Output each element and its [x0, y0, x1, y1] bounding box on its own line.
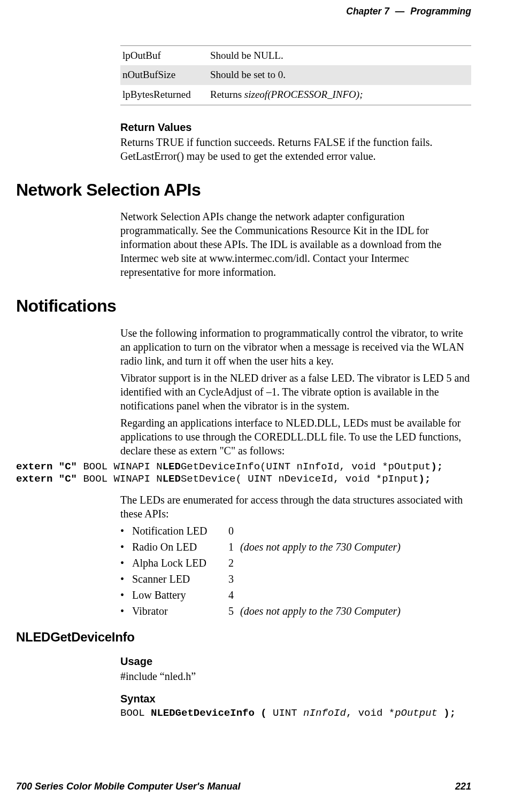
code-token: extern "C"	[16, 461, 77, 473]
code-token: LED	[163, 461, 181, 473]
code-token: BOOL WINAPI N	[77, 473, 163, 485]
return-values-text: Returns TRUE if function succeeds. Retur…	[120, 135, 471, 163]
list-item: •Low Battery4	[120, 588, 471, 602]
led-name: Radio On LED	[132, 540, 228, 554]
page-footer: 700 Series Color Mobile Computer User's …	[16, 780, 471, 793]
led-note: (does not apply to the 730 Computer)	[240, 604, 401, 618]
code-token: nInfoId	[303, 707, 346, 719]
notifications-p4: The LEDs are enumerated for access throu…	[120, 493, 471, 521]
table-row: lpBytesReturned Returns sizeof(PROCESSOR…	[120, 85, 471, 105]
led-number: 5	[228, 604, 240, 618]
code-token: , void *	[346, 707, 395, 719]
syntax-code: BOOL NLEDGetDeviceInfo ( UINT nInfoId, v…	[120, 707, 471, 720]
param-desc: Should be set to 0.	[208, 65, 471, 85]
bullet-icon: •	[120, 524, 132, 538]
param-desc-italic: sizeof(PROCESSOR_INFO);	[244, 89, 363, 100]
code-token: SetDevice( UINT nDeviceId, void *pInput	[181, 473, 419, 485]
param-name: lpOutBuf	[120, 45, 208, 65]
network-selection-heading: Network Selection APIs	[16, 179, 471, 202]
list-item: •Notification LED0	[120, 524, 471, 538]
table-row: lpOutBuf Should be NULL.	[120, 45, 471, 65]
code-token: NLEDGetDeviceInfo (	[151, 707, 273, 719]
list-item: •Radio On LED1(does not apply to the 730…	[120, 540, 471, 554]
bullet-icon: •	[120, 572, 132, 586]
param-desc: Returns sizeof(PROCESSOR_INFO);	[208, 85, 471, 105]
running-header: Chapter 7 — Programming	[16, 5, 471, 19]
led-name: Scanner LED	[132, 572, 228, 586]
parameters-table: lpOutBuf Should be NULL. nOutBufSize Sho…	[120, 45, 471, 105]
notifications-p2: Vibrator support is in the NLED driver a…	[120, 371, 471, 413]
bullet-icon: •	[120, 588, 132, 602]
nled-getdeviceinfo-heading: NLEDGetDeviceInfo	[16, 629, 471, 645]
code-token: UINT	[273, 707, 303, 719]
chapter-title: Programming	[410, 6, 471, 17]
header-separator: —	[392, 6, 408, 17]
led-enumeration-list: •Notification LED0 •Radio On LED1(does n…	[120, 524, 471, 618]
code-token: BOOL	[120, 707, 151, 719]
code-token: );	[419, 473, 431, 485]
code-token: BOOL WINAPI N	[77, 461, 163, 473]
led-name: Low Battery	[132, 588, 228, 602]
led-number: 4	[228, 588, 240, 602]
code-token: extern "C"	[16, 473, 77, 485]
page-number: 221	[455, 780, 471, 793]
return-values-heading: Return Values	[120, 120, 471, 134]
notifications-p1: Use the following information to program…	[120, 326, 471, 368]
chapter-label: Chapter 7	[346, 6, 389, 17]
code-token: LED	[163, 473, 181, 485]
usage-heading: Usage	[120, 654, 471, 668]
param-desc: Should be NULL.	[208, 45, 471, 65]
led-name: Notification LED	[132, 524, 228, 538]
manual-title: 700 Series Color Mobile Computer User's …	[16, 780, 240, 793]
param-desc-prefix: Returns	[210, 89, 244, 100]
bullet-icon: •	[120, 604, 132, 618]
notifications-heading: Notifications	[16, 295, 471, 318]
led-note: (does not apply to the 730 Computer)	[240, 540, 401, 554]
notifications-p3: Regarding an applications interface to N…	[120, 416, 471, 458]
bullet-icon: •	[120, 540, 132, 554]
list-item: •Scanner LED3	[120, 572, 471, 586]
code-token: pOutput	[395, 707, 437, 719]
usage-text: #include “nled.h”	[120, 669, 471, 683]
syntax-heading: Syntax	[120, 692, 471, 706]
extern-c-code: extern "C" BOOL WINAPI NLEDGetDeviceInfo…	[16, 461, 471, 485]
bullet-icon: •	[120, 556, 132, 570]
led-number: 1	[228, 540, 240, 554]
led-number: 2	[228, 556, 240, 570]
param-name: nOutBufSize	[120, 65, 208, 85]
led-number: 3	[228, 572, 240, 586]
list-item: •Alpha Lock LED2	[120, 556, 471, 570]
code-token: GetDeviceInfo(UINT nInfoId, void *pOutpu…	[181, 461, 431, 473]
table-row: nOutBufSize Should be set to 0.	[120, 65, 471, 85]
led-name: Alpha Lock LED	[132, 556, 228, 570]
network-selection-text: Network Selection APIs change the networ…	[120, 210, 471, 279]
led-name: Vibrator	[132, 604, 228, 618]
list-item: •Vibrator5(does not apply to the 730 Com…	[120, 604, 471, 618]
code-token: );	[431, 461, 443, 473]
code-token: );	[437, 707, 456, 719]
param-name: lpBytesReturned	[120, 85, 208, 105]
led-number: 0	[228, 524, 240, 538]
